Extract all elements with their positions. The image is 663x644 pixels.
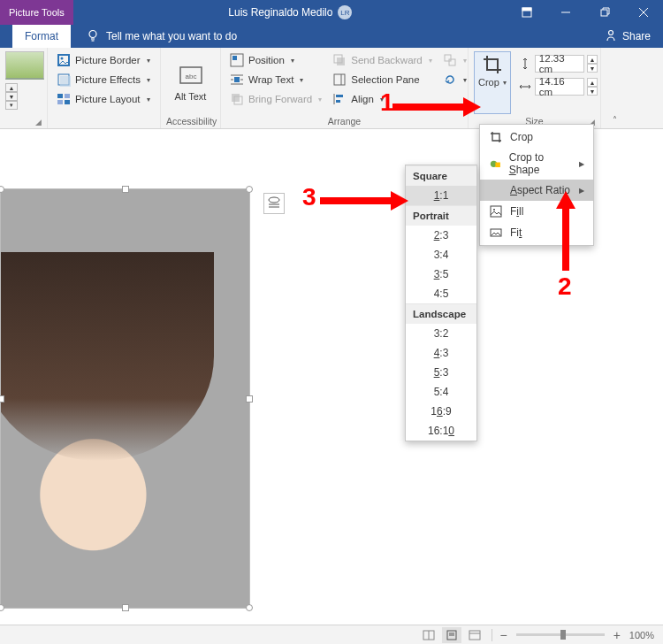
fill-icon: [489, 204, 503, 218]
svg-rect-58: [469, 631, 480, 640]
height-icon: [518, 57, 532, 71]
zoom-in[interactable]: +: [613, 628, 621, 642]
zoom-out[interactable]: −: [499, 628, 507, 642]
svg-marker-52: [391, 191, 408, 211]
menu-item-crop[interactable]: Crop: [480, 126, 593, 148]
picture-border-label: Picture Border: [75, 55, 141, 65]
close-button[interactable]: [624, 0, 663, 25]
svg-rect-1: [522, 8, 531, 11]
ar-item-3-4[interactable]: 3:4: [406, 245, 476, 264]
svg-rect-3: [601, 10, 607, 16]
zoom-thumb[interactable]: [560, 630, 566, 640]
tell-me-search[interactable]: Tell me what you want to do: [71, 25, 237, 48]
svg-point-9: [608, 30, 613, 34]
height-down[interactable]: ▼: [587, 64, 598, 73]
dialog-launcher-styles[interactable]: ◢: [35, 118, 42, 126]
chevron-down-icon: ▾: [463, 57, 467, 65]
ar-item-4-5[interactable]: 4:5: [406, 284, 476, 303]
menu-item-crop-label: Crop: [510, 131, 533, 143]
menu-item-fit-label: Fit: [510, 226, 522, 239]
height-value: 12.33 cm: [539, 53, 580, 74]
send-backward-icon: [332, 53, 347, 67]
resize-handle[interactable]: [122, 186, 129, 193]
width-field[interactable]: 14.16 cm ▲▼: [518, 78, 598, 96]
svg-rect-21: [232, 56, 237, 60]
svg-rect-37: [449, 59, 455, 65]
picture-style-thumb[interactable]: [5, 51, 44, 80]
alt-text-label: Alt Text: [175, 91, 207, 102]
zoom-percent[interactable]: 100%: [629, 630, 654, 640]
chevron-down-icon: ▾: [503, 79, 507, 87]
group-button: ▾: [439, 51, 470, 69]
ar-item-3-2[interactable]: 3:2: [406, 324, 476, 343]
svg-rect-27: [232, 94, 240, 102]
user-avatar[interactable]: LR: [338, 5, 352, 19]
ar-item-16-10[interactable]: 16:10: [406, 421, 476, 441]
resize-handle[interactable]: [122, 604, 129, 611]
menu-item-crop-to-shape[interactable]: Crop to Shape ▶: [480, 148, 593, 180]
width-up[interactable]: ▲: [587, 78, 598, 87]
rotate-button[interactable]: ▾: [439, 71, 470, 88]
resize-handle[interactable]: [246, 186, 253, 193]
resize-handle[interactable]: [0, 395, 4, 402]
crop-icon: [489, 130, 503, 144]
document-title-text: Luis Reginaldo Medilo: [228, 6, 332, 19]
group-label-adjust: ◢: [5, 125, 42, 126]
width-down[interactable]: ▼: [587, 87, 598, 96]
resize-handle[interactable]: [246, 395, 253, 402]
gallery-up[interactable]: ▲: [5, 83, 18, 92]
ar-head-portrait: Portrait: [406, 205, 476, 226]
minimize-button[interactable]: [546, 0, 585, 25]
resize-handle[interactable]: [246, 604, 253, 611]
width-icon: [518, 80, 532, 94]
zoom-slider[interactable]: [516, 633, 605, 636]
selected-picture[interactable]: [0, 188, 250, 609]
svg-rect-44: [491, 206, 501, 217]
layout-options-button[interactable]: [263, 193, 285, 214]
chevron-down-icon: ▾: [429, 57, 432, 65]
chevron-down-icon: ▾: [463, 76, 467, 84]
picture-effects-button[interactable]: Picture Effects▾: [53, 71, 154, 88]
contextual-tab-picture-tools: Picture Tools: [0, 0, 73, 25]
restore-button[interactable]: [585, 0, 624, 25]
ar-item-16-9[interactable]: 16:9: [406, 402, 476, 421]
annotation-number-1: 1: [380, 88, 394, 117]
ribbon-collapse-button[interactable]: ˄: [601, 48, 628, 128]
picture-border-button[interactable]: Picture Border▾: [53, 51, 154, 69]
crop-icon: [482, 54, 503, 75]
group-picture-styles: Picture Border▾ Picture Effects▾ Picture…: [48, 48, 161, 128]
wrap-text-button[interactable]: Wrap Text▾: [226, 71, 325, 88]
ribbon-display-options[interactable]: [507, 0, 546, 25]
bring-forward-label: Bring Forward: [248, 94, 312, 104]
ar-item-1-1[interactable]: 1:1: [406, 186, 476, 205]
chevron-down-icon: ▾: [318, 96, 322, 104]
rotate-icon: [443, 73, 457, 87]
ar-item-4-3[interactable]: 4:3: [406, 343, 476, 363]
menu-item-fill-label: Fill: [510, 205, 523, 218]
selection-pane-button[interactable]: Selection Pane: [329, 71, 436, 88]
lightbulb-icon: [87, 29, 99, 44]
chevron-right-icon: ▶: [579, 160, 584, 168]
height-field[interactable]: 12.33 cm ▲▼: [518, 55, 598, 73]
group-label-styles: [53, 125, 155, 126]
alt-text-button[interactable]: abc Alt Text: [173, 51, 209, 114]
view-web-layout[interactable]: [465, 627, 484, 643]
align-label: Align: [351, 94, 374, 104]
chevron-down-icon: ▾: [291, 57, 294, 65]
svg-rect-16: [57, 100, 63, 104]
ar-item-5-3[interactable]: 5:3: [406, 363, 476, 382]
view-print-layout[interactable]: [442, 627, 461, 643]
ar-item-5-4[interactable]: 5:4: [406, 382, 476, 402]
gallery-more[interactable]: ▾: [5, 101, 18, 110]
window-controls: [507, 0, 663, 25]
ar-item-2-3[interactable]: 2:3: [406, 226, 476, 245]
ar-item-3-5[interactable]: 3:5: [406, 264, 476, 284]
gallery-down[interactable]: ▼: [5, 92, 18, 101]
share-button[interactable]: Share: [605, 25, 663, 48]
picture-layout-button[interactable]: Picture Layout▾: [53, 90, 154, 108]
tab-format[interactable]: Format: [12, 25, 71, 48]
position-button[interactable]: Position▾: [226, 51, 325, 69]
height-up[interactable]: ▲: [587, 55, 598, 64]
view-read-mode[interactable]: [419, 627, 438, 643]
annotation-arrow-1: [392, 94, 481, 120]
